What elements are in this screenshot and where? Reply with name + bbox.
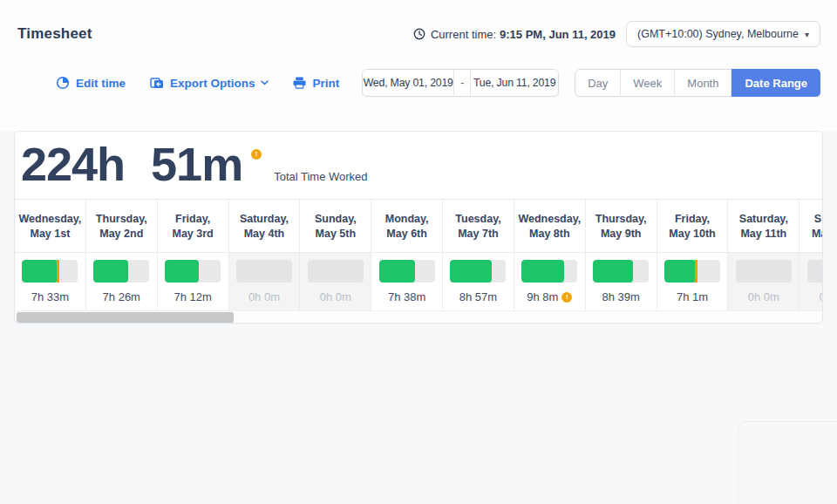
day-time: 0h 0m bbox=[728, 290, 799, 303]
day-cell[interactable]: 9h 8m ! bbox=[514, 253, 585, 310]
day-cell[interactable]: 7h 12m bbox=[158, 253, 228, 310]
day-time-value: 7h 12m bbox=[174, 290, 211, 303]
day-date: May 5th bbox=[316, 227, 357, 242]
time-progress-fill bbox=[165, 260, 198, 283]
day-name: Sunday, bbox=[315, 212, 357, 227]
print-button[interactable]: Print bbox=[293, 77, 339, 90]
export-options-label: Export Options bbox=[170, 77, 255, 90]
day-header: Sunday, May 12th bbox=[800, 200, 823, 253]
warning-icon: ! bbox=[251, 149, 262, 160]
day-column: Monday, May 6th 7h 38m bbox=[371, 200, 443, 310]
time-progress-bar bbox=[93, 260, 149, 283]
export-icon bbox=[150, 77, 164, 90]
day-header: Wednesday, May 8th bbox=[514, 200, 585, 253]
horizontal-scrollbar bbox=[15, 310, 822, 324]
total-summary: 224h 51m ! Total Time Worked bbox=[15, 132, 822, 199]
day-column: Saturday, May 11th 0h 0m bbox=[728, 200, 800, 310]
day-name: Saturday, bbox=[739, 212, 788, 227]
day-time-value: 0h 0m bbox=[248, 290, 280, 303]
header-right: Current time: 9:15 PM, Jun 11, 2019 (GMT… bbox=[413, 21, 820, 47]
time-progress-bar bbox=[308, 260, 364, 283]
view-mode-tabs: DayWeekMonthDate Range bbox=[575, 69, 820, 97]
time-progress-fill bbox=[593, 260, 633, 283]
day-time: 7h 12m bbox=[158, 290, 228, 303]
day-column: Wednesday, May 8th 9h 8m ! bbox=[514, 200, 586, 310]
scrollbar-thumb[interactable] bbox=[17, 312, 234, 323]
day-time-value: 7h 26m bbox=[103, 290, 140, 303]
day-cell[interactable]: 8h 39m bbox=[586, 253, 657, 310]
day-column: Sunday, May 12th 0h 0m bbox=[800, 200, 823, 310]
chevron-down-icon bbox=[261, 80, 269, 85]
total-time-value: 224h 51m bbox=[21, 137, 242, 191]
hidden-panel-corner bbox=[738, 421, 837, 504]
day-time-value: 7h 38m bbox=[388, 290, 425, 303]
day-date: May 12th bbox=[812, 227, 823, 242]
page-title: Timesheet bbox=[17, 25, 92, 43]
day-column: Wednesday, May 1st 7h 33m bbox=[15, 200, 86, 310]
day-time-value: 8h 39m bbox=[602, 290, 639, 303]
day-header: Saturday, May 4th bbox=[229, 200, 300, 253]
day-cell[interactable]: 0h 0m bbox=[300, 253, 371, 310]
day-time-value: 7h 33m bbox=[31, 290, 69, 303]
day-cell[interactable]: 8h 57m bbox=[443, 253, 514, 310]
current-time: Current time: 9:15 PM, Jun 11, 2019 bbox=[413, 28, 616, 41]
print-icon bbox=[293, 77, 306, 89]
day-cell[interactable]: 7h 38m bbox=[371, 253, 442, 310]
time-progress-fill bbox=[379, 260, 415, 283]
day-time: 8h 39m bbox=[586, 290, 657, 303]
day-cell[interactable]: 7h 26m bbox=[86, 253, 157, 310]
day-cell[interactable]: 0h 0m bbox=[728, 253, 799, 310]
time-progress-bar bbox=[593, 260, 649, 283]
clock-icon bbox=[413, 28, 425, 40]
day-time: 7h 33m bbox=[15, 290, 85, 303]
date-from-input[interactable]: Wed, May 01, 2019 bbox=[363, 70, 453, 96]
day-header: Friday, May 3rd bbox=[158, 200, 228, 253]
day-time-value: 0h 0m bbox=[820, 290, 823, 303]
day-cell[interactable]: 0h 0m bbox=[800, 253, 823, 310]
day-time-value: 0h 0m bbox=[748, 290, 779, 303]
view-tab-month[interactable]: Month bbox=[675, 70, 732, 96]
timesheet-card: 224h 51m ! Total Time Worked Wednesday, … bbox=[14, 131, 823, 324]
time-progress-bar bbox=[22, 260, 78, 283]
warning-icon: ! bbox=[561, 292, 572, 303]
time-progress-bar bbox=[664, 260, 720, 283]
time-progress-bar bbox=[450, 260, 506, 283]
day-time: 7h 26m bbox=[86, 290, 157, 303]
day-column: Thursday, May 9th 8h 39m bbox=[586, 200, 657, 310]
export-options-button[interactable]: Export Options bbox=[150, 77, 269, 90]
time-progress-bar bbox=[236, 260, 292, 283]
day-time: 7h 1m bbox=[657, 290, 728, 303]
day-date: May 2nd bbox=[99, 227, 143, 242]
time-progress-fill bbox=[450, 260, 491, 283]
date-to-input[interactable]: Tue, Jun 11, 2019 bbox=[471, 70, 558, 96]
day-header: Sunday, May 5th bbox=[300, 200, 371, 253]
limit-marker bbox=[57, 260, 59, 283]
print-label: Print bbox=[312, 77, 339, 90]
day-name: Thursday, bbox=[96, 212, 147, 227]
day-cell[interactable]: 7h 1m bbox=[657, 253, 728, 310]
day-date: May 10th bbox=[669, 227, 716, 242]
view-tab-date-range[interactable]: Date Range bbox=[732, 69, 820, 97]
day-date: May 3rd bbox=[172, 227, 213, 242]
day-name: Sunday, bbox=[814, 212, 823, 227]
day-column: Saturday, May 4th 0h 0m bbox=[229, 200, 301, 310]
day-header: Friday, May 10th bbox=[657, 200, 728, 253]
day-header: Wednesday, May 1st bbox=[15, 200, 85, 253]
day-time-value: 0h 0m bbox=[320, 290, 351, 303]
days-row: Wednesday, May 1st 7h 33m Thursday, May … bbox=[15, 199, 823, 310]
day-cell[interactable]: 0h 0m bbox=[229, 253, 300, 310]
day-cell[interactable]: 7h 33m bbox=[15, 253, 85, 310]
time-progress-bar bbox=[521, 260, 577, 283]
timezone-dropdown[interactable]: (GMT+10:00) Sydney, Melbourne ▾ bbox=[626, 21, 820, 47]
day-name: Monday, bbox=[385, 212, 429, 227]
edit-time-button[interactable]: Edit time bbox=[56, 76, 126, 90]
time-progress-bar bbox=[736, 260, 792, 283]
day-time: 7h 38m bbox=[371, 290, 442, 303]
time-progress-bar bbox=[165, 260, 221, 283]
time-progress-fill bbox=[93, 260, 128, 283]
day-date: May 1st bbox=[30, 227, 70, 242]
current-time-label: Current time: bbox=[431, 28, 496, 41]
view-tab-week[interactable]: Week bbox=[621, 70, 675, 96]
view-tab-day[interactable]: Day bbox=[575, 70, 621, 96]
time-progress-fill bbox=[664, 260, 696, 283]
